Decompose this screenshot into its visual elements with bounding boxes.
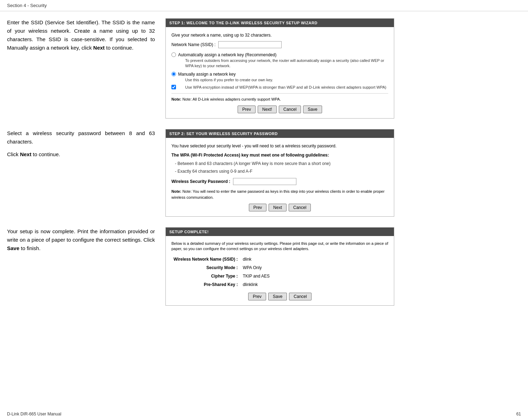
step1-next-button[interactable]: Next! [258, 106, 277, 113]
manual-radio-label: Manually assign a network key [178, 71, 273, 77]
auto-radio-row: Automatically assign a network key (Reco… [171, 52, 388, 69]
setup-complete-header: SETUP COMPLETE! [166, 228, 394, 236]
step2-guideline1: - Between 8 and 63 characters (A longer … [175, 160, 388, 167]
wpa-checkbox-row: Use WPA encryption instead of WEP(WPA is… [171, 85, 388, 90]
step2-desc2: The WPA (Wi-Fi Protected Access) key mus… [171, 152, 388, 158]
section2-row: Select a wireless security password betw… [7, 129, 521, 217]
ssid-value: dlink [241, 255, 388, 263]
manual-radio-desc: Use this options if you prefer to create… [185, 77, 273, 83]
wpa-checkbox-label: Use WPA encryption instead of WEP(WPA is… [185, 85, 386, 90]
cipher-type-value: TKIP and AES [241, 272, 388, 280]
manual-radio-row: Manually assign a network key Use this o… [171, 71, 388, 83]
manual-assign-radio[interactable] [171, 72, 176, 76]
table-row-cipher-type: Cipher Type : TKIP and AES [172, 272, 388, 280]
step1-note: Note: Note: All D-Link wireless adapters… [171, 96, 388, 102]
cipher-type-label: Cipher Type : [172, 272, 241, 280]
table-row-preshared: Pre-Shared Key : dlinklink [172, 281, 388, 288]
step1-cancel-button[interactable]: Cancel [279, 106, 301, 113]
step2-next-button[interactable]: Next [269, 204, 287, 211]
password-input[interactable] [233, 178, 296, 185]
setup-complete-table: Wireless Network Name (SSID) : dlink Sec… [171, 255, 388, 289]
security-mode-label: Security Mode : [172, 264, 241, 272]
wizard-panel-setup-complete: SETUP COMPLETE! Below is a detailed summ… [165, 227, 394, 306]
setup-prev-button[interactable]: Prev [248, 293, 266, 300]
give-name-label: Give your network a name, using up to 32… [171, 32, 388, 38]
auto-radio-label: Automatically assign a network key (Reco… [178, 52, 388, 58]
table-row-ssid: Wireless Network Name (SSID) : dlink [172, 255, 388, 263]
auto-radio-desc: To prevent outsiders from accessing your… [185, 58, 388, 69]
step2-cancel-button[interactable]: Cancel [289, 204, 311, 211]
step1-body: Give your network a name, using up to 32… [166, 27, 394, 118]
password-label: Wireless Security Password : [171, 178, 230, 185]
step2-note: Note: Note: You will need to enter the s… [171, 189, 388, 200]
password-row: Wireless Security Password : [171, 178, 388, 185]
step2-header: STEP 2: SET YOUR WIRELESS SECURITY PASSW… [166, 129, 394, 138]
step1-btn-row: Prev Next! Cancel Save [171, 106, 388, 113]
setup-complete-note: Below is a detailed summary of your wire… [171, 241, 388, 252]
wizard-panel-step2: STEP 2: SET YOUR WIRELESS SECURITY PASSW… [165, 129, 394, 217]
ssid-label: Wireless Network Name (SSID) : [172, 255, 241, 263]
section3-text: Your setup is now complete. Print the in… [7, 227, 155, 253]
step1-save-button[interactable]: Save [303, 106, 322, 113]
section1-row: Enter the SSID (Service Set Identifier).… [7, 18, 521, 119]
step2-prev-button[interactable]: Prev [249, 204, 267, 211]
preshared-value: dlinklink [241, 281, 388, 288]
page-footer: D-Link DIR-665 User Manual 61 [7, 412, 521, 416]
step2-desc1: You have selected your security level - … [171, 143, 388, 149]
network-name-row: Network Name (SSID) : [171, 41, 388, 48]
section2-text: Select a wireless security password betw… [7, 129, 155, 159]
wpa-checkbox[interactable] [171, 85, 176, 89]
setup-save-button[interactable]: Save [268, 293, 287, 300]
section1-text: Enter the SSID (Service Set Identifier).… [7, 18, 155, 52]
step2-btn-row: Prev Next Cancel [171, 204, 388, 211]
page-header: Section 4 - Security [0, 0, 528, 11]
security-mode-value: WPA Only [241, 264, 388, 272]
setup-complete-btn-row: Prev Save Cancel [171, 293, 388, 300]
footer-left: D-Link DIR-665 User Manual [7, 412, 61, 416]
step2-guideline2: - Exactly 64 characters using 0-9 and A-… [175, 168, 388, 174]
wizard-panel-step1: STEP 1: WELCOME TO THE D-LINK WIRELESS S… [165, 18, 394, 119]
auto-assign-radio[interactable] [171, 52, 176, 57]
table-row-security-mode: Security Mode : WPA Only [172, 264, 388, 272]
step1-header: STEP 1: WELCOME TO THE D-LINK WIRELESS S… [166, 19, 394, 27]
network-name-input[interactable] [218, 41, 282, 48]
preshared-label: Pre-Shared Key : [172, 281, 241, 288]
step2-body: You have selected your security level - … [166, 138, 394, 216]
setup-cancel-button[interactable]: Cancel [289, 293, 311, 300]
setup-complete-body: Below is a detailed summary of your wire… [166, 236, 394, 305]
section3-row: Your setup is now complete. Print the in… [7, 227, 521, 306]
network-name-label: Network Name (SSID) : [171, 42, 215, 48]
footer-right: 61 [516, 412, 521, 416]
step1-prev-button[interactable]: Prev [238, 106, 256, 113]
